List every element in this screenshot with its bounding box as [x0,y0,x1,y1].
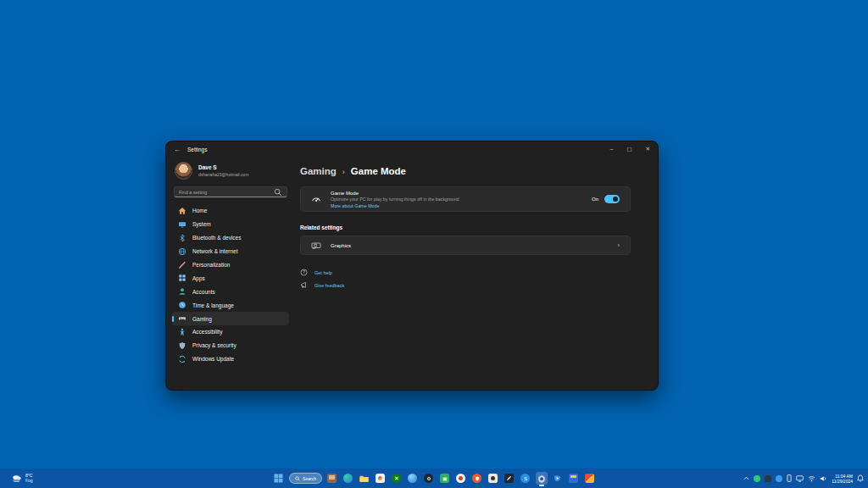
edge-icon [343,474,353,483]
sidebar-item-personalization[interactable]: Personalization [172,258,289,272]
device-app-icon [327,474,337,483]
display-icon[interactable] [796,475,804,482]
sidebar: Dave S dshanaha23@hotmail.com Home [166,157,295,390]
breadcrumb: Gaming › Game Mode [300,166,631,176]
blue-tray-app-icon[interactable] [776,475,782,482]
sidebar-item-accounts[interactable]: Accounts [172,285,289,298]
related-settings-header: Related settings [300,225,631,230]
search-input[interactable] [179,190,274,195]
weather-widget[interactable]: 8°C Fog [11,474,33,484]
sidebar-item-system[interactable]: System [172,218,289,231]
taskbar-app-notes[interactable] [504,472,515,485]
speedometer-icon [311,194,321,204]
globe-icon [178,247,186,256]
accessibility-icon [178,328,186,336]
clock[interactable]: 11:04 AM 11/29/2024 [832,474,853,484]
sidebar-item-gaming[interactable]: Gaming [172,312,289,325]
person-icon [178,287,186,296]
home-icon [178,207,186,215]
windows-logo-icon [274,474,283,483]
search-box[interactable] [174,186,287,197]
sidebar-item-privacy-security[interactable]: Privacy & security [172,339,289,352]
back-button[interactable]: ← [174,146,181,153]
taskbar-search[interactable]: Search [289,473,322,484]
taskbar-app-media[interactable] [455,472,467,485]
dark-tray-app-icon[interactable] [765,475,771,482]
phone-link-icon[interactable] [787,474,792,482]
profile-name: Dave S [198,164,249,171]
monitor-icon [178,220,186,229]
taskbar-app-brave[interactable] [471,472,483,485]
steam-icon [424,474,433,483]
chevron-right-icon: › [618,241,620,249]
sidebar-item-home[interactable]: Home [172,204,289,218]
clock-date: 11/29/2024 [832,479,853,484]
sidebar-item-label: Time & language [192,302,234,308]
breadcrumb-gaming[interactable]: Gaming [300,166,337,176]
taskbar-app-device[interactable] [326,472,338,485]
taskbar-app-calculator[interactable] [568,472,580,485]
taskbar-app-movies-tv[interactable] [552,472,564,485]
game-mode-description: Optimize your PC for play by turning thi… [331,197,459,202]
game-mode-card[interactable]: Game Mode Optimize your PC for play by t… [300,186,631,212]
folder-icon [359,474,369,483]
get-help-label: Get help [314,270,332,275]
hidden-icons-chevron[interactable] [743,476,749,480]
taskbar-app-photos[interactable] [375,472,387,485]
taskbar-app-edge[interactable] [342,472,354,485]
minimize-button[interactable]: – [610,147,614,152]
main-pane: Gaming › Game Mode Game Mode Optimize yo… [295,157,658,390]
taskbar-app-security[interactable] [584,472,596,485]
skype-icon: S [520,474,530,483]
calculator-icon [569,474,578,483]
update-icon [178,355,186,363]
get-help-link[interactable]: ? Get help [300,269,631,276]
sidebar-item-windows-update[interactable]: Windows Update [172,352,289,366]
taskbar-app-xbox[interactable]: ✕ [391,472,403,485]
taskbar: 8°C Fog Search ✕ ▣ S [0,469,868,488]
start-button[interactable] [272,472,285,485]
desktop: ← Settings – ▢ ✕ Dave S dshanaha23@hotma… [0,0,868,488]
sidebar-item-label: Personalization [192,262,230,268]
feedback-megaphone-icon [300,281,308,289]
sidebar-item-time-language[interactable]: Time & language [172,298,289,312]
taskbar-app-file-explorer[interactable] [359,472,370,485]
svg-text:?: ? [303,270,305,274]
wifi-icon[interactable] [808,475,815,482]
sidebar-item-label: Windows Update [192,356,234,362]
account-profile[interactable]: Dave S dshanaha23@hotmail.com [172,158,289,186]
taskbar-app-camera[interactable] [487,472,499,485]
help-icon: ? [300,269,308,276]
game-mode-toggle[interactable] [604,195,620,203]
taskbar-app-settings[interactable] [536,472,548,485]
sidebar-item-label: Privacy & security [192,342,236,348]
graphics-settings-row[interactable]: Graphics › [300,236,631,255]
give-feedback-link[interactable]: Give feedback [300,281,631,289]
taskbar-app-copilot[interactable] [407,472,419,485]
sidebar-item-accessibility[interactable]: Accessibility [172,325,289,339]
taskbar-center: Search ✕ ▣ S [272,469,596,488]
green-app-icon: ▣ [440,474,449,483]
more-about-game-mode-link[interactable]: More about Game Mode [331,203,459,208]
notification-bell-icon[interactable] [857,474,864,482]
system-tray: 11:04 AM 11/29/2024 [743,474,864,484]
toggle-knob [613,197,618,202]
volume-icon[interactable] [820,475,827,482]
sidebar-item-apps[interactable]: Apps [172,271,289,285]
bluetooth-icon [178,234,186,242]
maximize-button[interactable]: ▢ [626,147,632,152]
antivirus-tray-icon[interactable] [754,475,760,482]
sidebar-item-bluetooth-devices[interactable]: Bluetooth & devices [172,231,289,245]
taskbar-search-label: Search [303,476,316,481]
close-button[interactable]: ✕ [646,147,650,152]
gpu-icon [311,241,321,250]
brush-icon [178,261,186,269]
sidebar-item-network-internet[interactable]: Network & internet [172,245,289,258]
sidebar-item-label: Accounts [192,289,215,295]
taskbar-app-skype[interactable]: S [520,472,531,485]
settings-window: ← Settings – ▢ ✕ Dave S dshanaha23@hotma… [165,141,659,391]
taskbar-app-green[interactable]: ▣ [439,472,451,485]
camera-app-icon [488,474,498,483]
shield-icon [178,341,186,350]
taskbar-app-steam[interactable] [423,472,435,485]
